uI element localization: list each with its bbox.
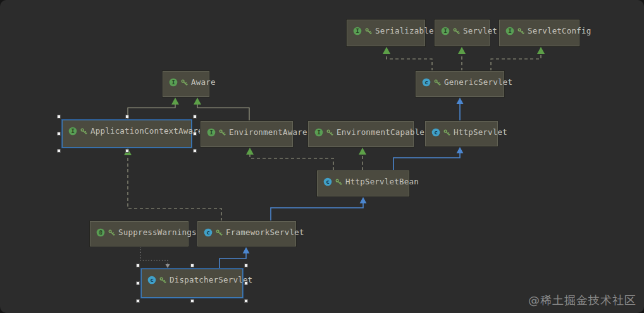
selection-handle[interactable] [193,149,197,153]
arrowhead-extends-class [360,197,367,203]
svg-text:@: @ [99,229,102,236]
class-name-label: HttpServlet [454,127,507,137]
interface-icon: I [353,27,362,35]
watermark: @稀土掘金技术社区 [528,293,636,308]
edge-implements-http-servlet-bean-to-environment-aware [250,155,333,170]
class-node-suppress-warnings[interactable]: @SuppressWarnings [90,221,189,246]
class-name-label: ApplicationContextAware [90,126,203,136]
selection-handle[interactable] [193,132,197,136]
arrowhead-implements [359,148,366,155]
svg-text:I: I [356,27,359,34]
key-icon [159,277,166,284]
selection-handle[interactable] [57,115,61,118]
svg-text:c: c [424,79,428,86]
class-name-label: DispatcherServlet [170,275,252,285]
selection-handle[interactable] [136,299,140,303]
class-node-generic-servlet[interactable]: cGenericServlet [416,71,504,97]
key-icon [216,229,223,236]
selection-handle[interactable] [244,264,248,267]
class-node-framework-servlet[interactable]: cFrameworkServlet [197,221,296,246]
class-node-environment-capable[interactable]: IEnvironmentCapable [308,121,414,147]
class-node-http-servlet[interactable]: cHttpServlet [425,121,498,146]
selection-handle[interactable] [193,115,197,118]
edge-implements-framework-servlet-to-application-context-aware [128,155,221,221]
annotation-icon: @ [96,228,105,237]
arrowhead-implements [458,47,466,54]
class-node-http-servlet-bean[interactable]: cHttpServletBean [317,170,409,196]
class-name-label: SuppressWarnings [118,227,197,238]
class-node-application-context-aware[interactable]: IApplicationContextAware [62,120,192,148]
edge-extends-class-dispatcher-servlet-to-framework-servlet [220,253,246,269]
selection-handle[interactable] [190,264,194,267]
class-node-aware[interactable]: IAware [163,71,209,97]
svg-text:c: c [150,276,154,283]
selection-handle[interactable] [244,281,248,285]
selection-handle[interactable] [57,149,61,153]
interface-icon: I [441,27,450,35]
class-icon: c [204,228,213,237]
interface-icon: I [169,78,178,87]
interface-icon: I [207,128,216,137]
interface-icon: I [68,127,77,136]
selection-handle[interactable] [125,115,129,118]
class-node-servlet-config[interactable]: IServletConfig [499,20,579,46]
arrowhead-implements [537,47,545,54]
arrowhead-annotation [166,264,170,268]
svg-text:c: c [434,129,438,136]
arrowhead-implements [383,47,390,54]
svg-text:I: I [71,127,75,134]
uml-diagram-canvas[interactable]: ISerializableIServletIServletConfigIAwar… [0,0,644,313]
class-icon: c [323,177,332,186]
selection-handle[interactable] [125,149,129,153]
svg-text:I: I [171,79,175,86]
svg-text:I: I [443,27,447,34]
svg-text:I: I [317,129,321,136]
class-name-label: EnvironmentAware [229,127,307,137]
svg-text:I: I [508,27,512,34]
key-icon [443,129,450,136]
edge-implements-generic-servlet-to-servlet-config [491,54,541,71]
class-icon: c [422,78,431,87]
selection-handle[interactable] [136,264,140,267]
class-name-label: ServletConfig [528,26,591,36]
svg-text:I: I [209,129,213,136]
class-name-label: Servlet [463,26,497,36]
arrowhead-extends-interface [171,98,179,105]
edge-extends-interface-environment-aware-to-aware [197,105,249,121]
arrowhead-extends-class [457,147,464,153]
key-icon [181,79,188,86]
arrowhead-extends-interface [194,98,201,105]
selection-handle[interactable] [57,132,61,136]
key-icon [335,179,342,186]
key-icon [326,129,333,136]
edges-layer [0,0,644,313]
edge-extends-interface-application-context-aware-to-aware [128,105,175,120]
svg-text:c: c [206,229,210,236]
class-name-label: Aware [191,77,216,87]
key-icon [80,128,87,135]
class-node-dispatcher-servlet[interactable]: cDispatcherServlet [141,269,243,298]
edge-extends-class-framework-servlet-to-http-servlet-bean [271,203,363,221]
edge-annotation-suppress-warnings-to-dispatcher-servlet [140,246,168,264]
class-name-label: FrameworkServlet [226,227,304,238]
arrowhead-extends-class [457,98,464,104]
selection-handle[interactable] [136,281,140,285]
key-icon [453,28,460,35]
edge-extends-class-http-servlet-bean-to-http-servlet [393,153,460,170]
class-name-label: Serializable [375,26,434,36]
edge-implements-generic-servlet-to-serializable [387,54,432,71]
interface-icon: I [505,27,514,35]
selection-handle[interactable] [244,299,248,303]
class-node-servlet[interactable]: IServlet [435,20,490,46]
class-node-environment-aware[interactable]: IEnvironmentAware [201,121,293,147]
key-icon [108,229,115,236]
key-icon [517,28,524,35]
interface-icon: I [314,128,323,137]
arrowhead-implements [246,148,254,155]
key-icon [219,129,226,136]
selection-handle[interactable] [190,299,194,303]
class-node-serializable[interactable]: ISerializable [347,20,425,46]
class-name-label: GenericServlet [444,77,512,87]
svg-text:c: c [326,178,330,185]
arrowhead-extends-class [243,247,250,253]
